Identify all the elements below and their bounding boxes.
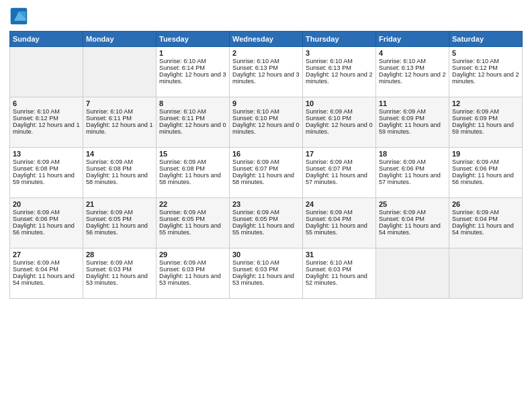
calendar-cell	[449, 248, 523, 299]
day-number: 21	[86, 200, 153, 208]
sunrise-text: Sunrise: 6:09 AM	[86, 158, 133, 165]
day-number: 6	[13, 99, 80, 107]
page-container: SundayMondayTuesdayWednesdayThursdayFrid…	[0, 0, 532, 304]
calendar-cell	[376, 248, 449, 299]
daylight-text: Daylight: 11 hours and 59 minutes.	[379, 122, 441, 135]
day-number: 23	[232, 200, 300, 208]
sunset-text: Sunset: 6:05 PM	[86, 216, 132, 222]
day-number: 8	[159, 99, 226, 107]
daylight-text: Daylight: 11 hours and 56 minutes.	[86, 222, 148, 236]
daylight-text: Daylight: 11 hours and 57 minutes.	[306, 172, 367, 185]
calendar-cell: 15Sunrise: 6:09 AMSunset: 6:08 PMDayligh…	[157, 148, 230, 198]
calendar-cell: 3Sunrise: 6:10 AMSunset: 6:13 PMDaylight…	[303, 47, 376, 97]
sunset-text: Sunset: 6:13 PM	[306, 64, 351, 71]
sunrise-text: Sunrise: 6:10 AM	[13, 108, 60, 115]
sunset-text: Sunset: 6:13 PM	[232, 64, 278, 71]
calendar-cell: 13Sunrise: 6:09 AMSunset: 6:08 PMDayligh…	[10, 148, 83, 198]
daylight-text: Daylight: 11 hours and 59 minutes.	[13, 172, 75, 185]
daylight-text: Daylight: 12 hours and 0 minutes.	[232, 122, 300, 135]
day-number: 25	[379, 200, 446, 208]
sunset-text: Sunset: 6:03 PM	[159, 266, 205, 273]
calendar-cell: 22Sunrise: 6:09 AMSunset: 6:05 PMDayligh…	[157, 198, 230, 248]
daylight-text: Daylight: 11 hours and 56 minutes.	[452, 172, 514, 185]
calendar-cell: 1Sunrise: 6:10 AMSunset: 6:14 PMDaylight…	[157, 47, 230, 97]
calendar-cell: 30Sunrise: 6:10 AMSunset: 6:03 PMDayligh…	[230, 248, 303, 299]
calendar-cell: 7Sunrise: 6:10 AMSunset: 6:11 PMDaylight…	[83, 97, 157, 148]
sunset-text: Sunset: 6:07 PM	[232, 165, 278, 172]
daylight-text: Daylight: 11 hours and 58 minutes.	[86, 172, 148, 185]
daylight-text: Daylight: 11 hours and 53 minutes.	[159, 273, 221, 286]
day-number: 30	[232, 250, 300, 259]
daylight-text: Daylight: 11 hours and 55 minutes.	[306, 222, 367, 236]
calendar-table: SundayMondayTuesdayWednesdayThursdayFrid…	[9, 31, 523, 299]
sunset-text: Sunset: 6:10 PM	[306, 115, 351, 122]
calendar-cell: 5Sunrise: 6:10 AMSunset: 6:12 PMDaylight…	[449, 47, 523, 97]
sunset-text: Sunset: 6:04 PM	[306, 216, 351, 222]
day-number: 13	[13, 150, 80, 158]
sunset-text: Sunset: 6:12 PM	[452, 64, 498, 71]
sunset-text: Sunset: 6:05 PM	[159, 216, 205, 222]
day-number: 18	[379, 150, 446, 158]
sunset-text: Sunset: 6:03 PM	[86, 266, 132, 273]
sunset-text: Sunset: 6:09 PM	[379, 115, 425, 122]
calendar-cell: 16Sunrise: 6:09 AMSunset: 6:07 PMDayligh…	[230, 148, 303, 198]
day-number: 5	[452, 49, 519, 57]
sunrise-text: Sunrise: 6:10 AM	[306, 58, 353, 64]
daylight-text: Daylight: 11 hours and 54 minutes.	[13, 273, 75, 286]
daylight-text: Daylight: 11 hours and 57 minutes.	[379, 172, 441, 185]
sunrise-text: Sunrise: 6:10 AM	[232, 58, 279, 64]
sunrise-text: Sunrise: 6:10 AM	[86, 108, 133, 115]
sunrise-text: Sunrise: 6:09 AM	[306, 108, 353, 115]
calendar-cell: 19Sunrise: 6:09 AMSunset: 6:06 PMDayligh…	[449, 148, 523, 198]
calendar-cell: 20Sunrise: 6:09 AMSunset: 6:06 PMDayligh…	[10, 198, 83, 248]
sunset-text: Sunset: 6:06 PM	[452, 165, 498, 172]
sunset-text: Sunset: 6:11 PM	[86, 115, 132, 122]
daylight-text: Daylight: 11 hours and 55 minutes.	[159, 222, 221, 236]
day-number: 10	[306, 99, 373, 107]
sunset-text: Sunset: 6:12 PM	[13, 115, 58, 122]
sunrise-text: Sunrise: 6:09 AM	[159, 259, 206, 266]
sunrise-text: Sunrise: 6:10 AM	[159, 108, 206, 115]
calendar-cell: 28Sunrise: 6:09 AMSunset: 6:03 PMDayligh…	[83, 248, 157, 299]
calendar-cell	[10, 47, 83, 97]
week-row-1: 1Sunrise: 6:10 AMSunset: 6:14 PMDaylight…	[10, 47, 523, 97]
daylight-text: Daylight: 12 hours and 0 minutes.	[306, 122, 373, 135]
sunrise-text: Sunrise: 6:09 AM	[232, 209, 279, 216]
calendar-cell: 14Sunrise: 6:09 AMSunset: 6:08 PMDayligh…	[83, 148, 157, 198]
day-number: 26	[452, 200, 519, 208]
daylight-text: Daylight: 12 hours and 0 minutes.	[159, 122, 226, 135]
day-number: 4	[379, 49, 446, 57]
day-number: 19	[452, 150, 519, 158]
sunset-text: Sunset: 6:14 PM	[159, 64, 205, 71]
sunrise-text: Sunrise: 6:09 AM	[159, 158, 206, 165]
daylight-text: Daylight: 11 hours and 59 minutes.	[452, 122, 514, 135]
daylight-text: Daylight: 11 hours and 55 minutes.	[232, 222, 294, 236]
sunrise-text: Sunrise: 6:10 AM	[232, 108, 279, 115]
sunrise-text: Sunrise: 6:09 AM	[13, 158, 60, 165]
sunset-text: Sunset: 6:04 PM	[13, 266, 58, 273]
header-cell-thursday: Thursday	[303, 32, 376, 47]
logo	[9, 7, 30, 26]
daylight-text: Daylight: 11 hours and 56 minutes.	[13, 222, 75, 236]
sunrise-text: Sunrise: 6:09 AM	[159, 209, 206, 216]
sunrise-text: Sunrise: 6:10 AM	[159, 58, 206, 64]
sunrise-text: Sunrise: 6:09 AM	[452, 108, 499, 115]
calendar-cell: 24Sunrise: 6:09 AMSunset: 6:04 PMDayligh…	[303, 198, 376, 248]
sunrise-text: Sunrise: 6:10 AM	[306, 259, 353, 266]
daylight-text: Daylight: 11 hours and 58 minutes.	[232, 172, 294, 185]
sunrise-text: Sunrise: 6:10 AM	[232, 259, 279, 266]
sunset-text: Sunset: 6:03 PM	[232, 266, 278, 273]
calendar-cell: 2Sunrise: 6:10 AMSunset: 6:13 PMDaylight…	[230, 47, 303, 97]
sunrise-text: Sunrise: 6:09 AM	[379, 108, 426, 115]
daylight-text: Daylight: 11 hours and 54 minutes.	[379, 222, 441, 236]
sunset-text: Sunset: 6:07 PM	[306, 165, 351, 172]
sunset-text: Sunset: 6:08 PM	[159, 165, 205, 172]
calendar-cell: 12Sunrise: 6:09 AMSunset: 6:09 PMDayligh…	[449, 97, 523, 148]
calendar-cell: 21Sunrise: 6:09 AMSunset: 6:05 PMDayligh…	[83, 198, 157, 248]
sunset-text: Sunset: 6:04 PM	[379, 216, 425, 222]
sunset-text: Sunset: 6:13 PM	[379, 64, 425, 71]
day-number: 20	[13, 200, 80, 208]
calendar-cell: 9Sunrise: 6:10 AMSunset: 6:10 PMDaylight…	[230, 97, 303, 148]
daylight-text: Daylight: 11 hours and 53 minutes.	[86, 273, 148, 286]
sunset-text: Sunset: 6:08 PM	[86, 165, 132, 172]
